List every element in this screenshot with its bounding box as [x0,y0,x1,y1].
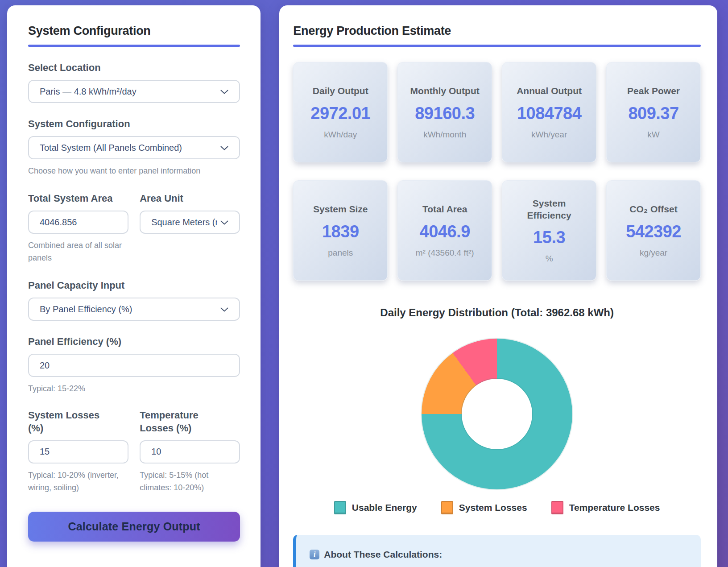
stat-label: Total Area [422,203,467,215]
stat-value: 809.37 [628,104,678,123]
legend-item-system-losses[interactable]: System Losses [441,501,527,514]
energy-production-panel: Energy Production Estimate Daily Output … [279,5,717,567]
panel-capacity-input-select[interactable]: By Panel Efficiency (%) [28,298,240,321]
stat-unit: kWh/day [324,130,357,140]
calculate-energy-output-button[interactable]: Calculate Energy Output [28,512,240,542]
legend-label: System Losses [459,502,527,513]
left-title-underline [28,45,240,47]
legend-label: Temperature Losses [569,502,660,513]
location-select-value: Paris — 4.8 kWh/m²/day [40,87,136,97]
stat-value: 542392 [626,222,681,241]
select-location-label: Select Location [28,62,240,74]
area-unit-select-value: Square Meters (m²) [151,217,217,228]
panel-efficiency-help: Typical: 15-22% [28,383,240,395]
stat-unit: kg/year [640,248,667,258]
area-unit-label: Area Unit [140,192,240,205]
donut-hole [462,379,532,449]
about-calculations-info-box: i About These Calculations: [293,535,701,567]
stat-unit: % [546,254,553,264]
system-configuration-select-value: Total System (All Panels Combined) [40,143,182,153]
panel-efficiency-label: Panel Efficiency (%) [28,335,240,348]
legend-swatch-usable-energy [334,501,346,514]
system-configuration-help: Choose how you want to enter panel infor… [28,165,240,178]
temperature-losses-label: Temperature Losses (%) [140,409,219,434]
panel-capacity-input-label: Panel Capacity Input [28,279,240,292]
info-box-title: About These Calculations: [324,549,442,560]
stat-card-total-area: Total Area 4046.9 m² (43560.4 ft²) [397,180,492,281]
total-system-area-help: Combined area of all solar panels [28,240,128,265]
donut-chart-title: Daily Energy Distribution (Total: 3962.6… [293,306,701,319]
right-title-underline [293,45,701,47]
chevron-down-icon [217,143,228,153]
right-panel-title: Energy Production Estimate [293,24,701,38]
system-configuration-select[interactable]: Total System (All Panels Combined) [28,136,240,159]
legend-item-usable-energy[interactable]: Usable Energy [334,501,417,514]
stat-label: System Size [313,203,368,215]
legend-label: Usable Energy [352,502,417,513]
stats-row-2: System Size 1839 panels Total Area 4046.… [293,180,701,281]
stat-label: Peak Power [627,85,680,97]
total-system-area-label: Total System Area [28,192,128,205]
legend-item-temperature-losses[interactable]: Temperature Losses [551,501,660,514]
panel-efficiency-input[interactable] [28,354,240,377]
system-losses-label: System Losses (%) [28,409,108,434]
stat-value: 15.3 [533,228,565,247]
stat-card-system-size: System Size 1839 panels [293,180,388,281]
stat-value: 1839 [322,222,359,241]
left-panel-title: System Configuration [28,24,240,38]
chevron-down-icon [217,217,228,228]
stat-unit: m² (43560.4 ft²) [416,248,474,258]
stat-value: 89160.3 [415,104,475,123]
chart-legend: Usable Energy System Losses Temperature … [293,501,701,514]
stat-label: Annual Output [517,85,582,97]
stat-value: 4046.9 [420,222,470,241]
stat-label: System Efficiency [514,197,584,222]
stat-value: 2972.01 [310,104,370,123]
stat-card-peak-power: Peak Power 809.37 kW [606,62,701,162]
legend-swatch-system-losses [441,501,453,514]
donut-chart [422,339,572,489]
app-layout: System Configuration Select Location Par… [0,0,728,567]
info-icon: i [310,550,319,559]
legend-swatch-temperature-losses [551,501,563,514]
chevron-down-icon [217,87,228,97]
stat-unit: kW [647,130,659,140]
stat-label: Monthly Output [410,85,480,97]
system-configuration-panel: System Configuration Select Location Par… [7,5,261,567]
stat-card-co2-offset: CO₂ Offset 542392 kg/year [606,180,701,281]
location-select[interactable]: Paris — 4.8 kWh/m²/day [28,80,240,103]
stat-unit: kWh/year [531,130,567,140]
stat-card-annual-output: Annual Output 1084784 kWh/year [502,62,596,162]
temperature-losses-input[interactable] [140,440,240,464]
system-losses-input[interactable] [28,440,128,464]
stat-unit: kWh/month [423,130,466,140]
stat-value: 1084784 [517,104,581,123]
stat-card-monthly-output: Monthly Output 89160.3 kWh/month [397,62,492,162]
stat-label: CO₂ Offset [629,203,677,215]
total-system-area-input[interactable] [28,211,128,234]
stat-unit: panels [328,248,353,258]
temperature-losses-help: Typical: 5-15% (hot climates: 10-20%) [140,469,240,494]
stat-card-daily-output: Daily Output 2972.01 kWh/day [293,62,388,162]
area-unit-select[interactable]: Square Meters (m²) [140,211,240,234]
system-configuration-label: System Configuration [28,118,240,130]
system-losses-help: Typical: 10-20% (inverter, wiring, soili… [28,469,128,494]
info-box-title-row: i About These Calculations: [310,549,687,560]
stat-card-system-efficiency: System Efficiency 15.3 % [502,180,596,281]
stats-row-1: Daily Output 2972.01 kWh/day Monthly Out… [293,62,701,162]
panel-capacity-input-select-value: By Panel Efficiency (%) [40,304,132,315]
chevron-down-icon [217,304,228,315]
stat-label: Daily Output [313,85,368,97]
